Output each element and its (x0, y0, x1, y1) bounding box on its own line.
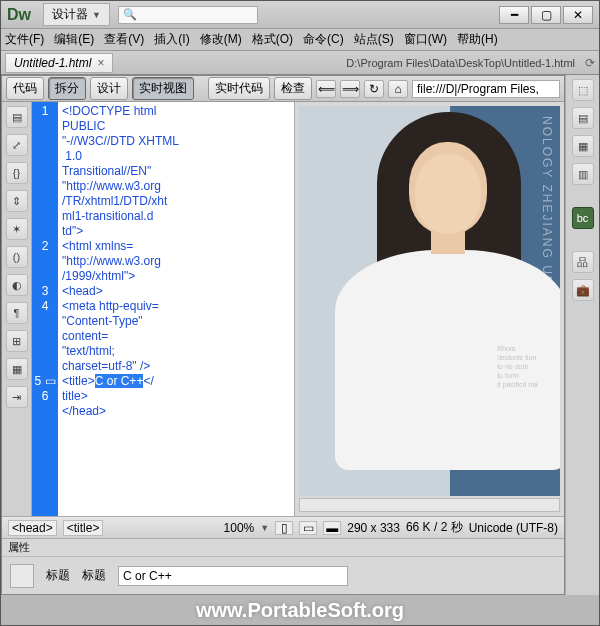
address-box[interactable]: file:///D|/Program Files, (412, 80, 560, 98)
preview-pane: NOLOGY ZHEJIANG UNIVERSITY Rholadestonic… (295, 102, 565, 516)
document-column: 代码 拆分 设计 实时视图 实时代码 检查 ⟸ ⟹ ↻ ⌂ file:///D|… (1, 75, 565, 595)
inspect-button[interactable]: 检查 (274, 77, 312, 100)
document-toolbar: 代码 拆分 设计 实时视图 实时代码 检查 ⟸ ⟹ ↻ ⌂ file:///D|… (2, 76, 564, 102)
menu-file[interactable]: 文件(F) (5, 31, 44, 48)
preview-scrollbar[interactable] (299, 498, 561, 512)
tool-insert-icon[interactable]: ▤ (6, 106, 28, 128)
chevron-down-icon: ▼ (92, 10, 101, 20)
refresh-icon: ↻ (369, 82, 379, 96)
tool-collapse-icon[interactable]: ⤢ (6, 134, 28, 156)
back-icon: ⟸ (318, 82, 335, 96)
status-dimensions: 290 x 333 (347, 521, 400, 535)
watermark: www.PortableSoft.org (1, 595, 599, 625)
sync-icon[interactable]: ⟳ (585, 56, 595, 70)
main-area: 代码 拆分 设计 实时视图 实时代码 检查 ⟸ ⟹ ↻ ⌂ file:///D|… (1, 75, 599, 595)
home-button[interactable]: ⌂ (388, 80, 408, 98)
split-container: ▤ ⤢ {} ⇕ ✶ () ◐ ¶ ⊞ ▦ ⇥ 1 2 3 4 5 ▭ (2, 102, 564, 516)
menu-window[interactable]: 窗口(W) (404, 31, 447, 48)
panel-sitemap-icon[interactable]: 品 (572, 251, 594, 273)
statusbar: <head> <title> 100% ▼ ▯ ▭ ▬ 290 x 333 66… (2, 516, 564, 538)
layout-dropdown[interactable]: 设计器 ▼ (43, 3, 110, 26)
code-text[interactable]: <!DOCTYPE htmlPUBLIC"-//W3C//DTD XHTML 1… (58, 102, 294, 516)
panel-css-icon[interactable]: ⬚ (572, 79, 594, 101)
live-code-button[interactable]: 实时代码 (208, 77, 270, 100)
document-path: D:\Program Files\Data\DeskTop\Untitled-1… (113, 57, 579, 69)
search-field[interactable] (137, 8, 287, 22)
properties-panel: 属性 标题 标题 (2, 538, 564, 594)
tool-comment-icon[interactable]: () (6, 246, 28, 268)
search-input[interactable]: 🔍 (118, 6, 258, 24)
properties-header[interactable]: 属性 (2, 539, 564, 557)
panel-files-icon[interactable]: ▦ (572, 135, 594, 157)
tool-syntax-icon[interactable]: ⊞ (6, 330, 28, 352)
properties-category-icon[interactable] (10, 564, 34, 588)
preview-image[interactable]: NOLOGY ZHEJIANG UNIVERSITY Rholadestonic… (299, 106, 561, 496)
document-tabbar: Untitled-1.html × D:\Program Files\Data\… (1, 51, 599, 75)
document-tab[interactable]: Untitled-1.html × (5, 53, 113, 73)
tablet-size-icon[interactable]: ▭ (299, 521, 317, 535)
split-view-button[interactable]: 拆分 (48, 77, 86, 100)
close-button[interactable]: ✕ (563, 6, 593, 24)
properties-body: 标题 标题 (2, 557, 564, 594)
code-pane[interactable]: 1 2 3 4 5 ▭ 6 <!DOCTYPE htmlPUBLIC"-//W3… (32, 102, 295, 516)
tool-highlight-icon[interactable]: ◐ (6, 274, 28, 296)
code-toolbar: ▤ ⤢ {} ⇕ ✶ () ◐ ¶ ⊞ ▦ ⇥ (2, 102, 32, 516)
minimize-button[interactable]: ━ (499, 6, 529, 24)
panel-ap-icon[interactable]: ▤ (572, 107, 594, 129)
back-button[interactable]: ⟸ (316, 80, 336, 98)
app-logo: Dw (7, 6, 31, 24)
close-icon: ✕ (573, 8, 583, 22)
menu-format[interactable]: 格式(O) (252, 31, 293, 48)
panel-business-icon[interactable]: 💼 (572, 279, 594, 301)
minimize-icon: ━ (511, 8, 518, 22)
panel-dock: ⬚ ▤ ▦ ▥ bc 品 💼 (565, 75, 599, 595)
layout-label: 设计器 (52, 6, 88, 23)
code-view-button[interactable]: 代码 (6, 77, 44, 100)
tool-wrap-icon[interactable]: ¶ (6, 302, 28, 324)
photo-placeholder: NOLOGY ZHEJIANG UNIVERSITY Rholadestonic… (299, 106, 561, 496)
menu-edit[interactable]: 编辑(E) (54, 31, 94, 48)
tag-selector-head[interactable]: <head> (8, 520, 57, 536)
tool-indent-icon[interactable]: ⇥ (6, 386, 28, 408)
design-view-button[interactable]: 设计 (90, 77, 128, 100)
maximize-icon: ▢ (541, 8, 552, 22)
home-icon: ⌂ (394, 82, 401, 96)
code-title-selection: C or C++ (95, 374, 144, 388)
tool-snippet-icon[interactable]: ▦ (6, 358, 28, 380)
line-gutter: 1 2 3 4 5 ▭ 6 (32, 102, 58, 516)
tool-wand-icon[interactable]: ✶ (6, 218, 28, 240)
menu-command[interactable]: 命令(C) (303, 31, 344, 48)
tool-expand-icon[interactable]: {} (6, 162, 28, 184)
phone-size-icon[interactable]: ▯ (275, 521, 293, 535)
refresh-button[interactable]: ↻ (364, 80, 384, 98)
tag-selector-title[interactable]: <title> (63, 520, 104, 536)
properties-section-label: 标题 (46, 567, 70, 584)
forward-button[interactable]: ⟹ (340, 80, 360, 98)
zoom-chevron-icon[interactable]: ▼ (260, 523, 269, 533)
panel-bc-icon[interactable]: bc (572, 207, 594, 229)
search-icon: 🔍 (123, 8, 137, 21)
menu-site[interactable]: 站点(S) (354, 31, 394, 48)
status-size-time: 66 K / 2 秒 (406, 519, 463, 536)
panel-assets-icon[interactable]: ▥ (572, 163, 594, 185)
menu-modify[interactable]: 修改(M) (200, 31, 242, 48)
maximize-button[interactable]: ▢ (531, 6, 561, 24)
properties-field-label: 标题 (82, 567, 106, 584)
forward-icon: ⟹ (342, 82, 359, 96)
titlebar: Dw 设计器 ▼ 🔍 ━ ▢ ✕ (1, 1, 599, 29)
zoom-level[interactable]: 100% (224, 521, 255, 535)
code-title-open: <title> (62, 374, 95, 388)
tab-title: Untitled-1.html (14, 56, 91, 70)
menu-help[interactable]: 帮助(H) (457, 31, 498, 48)
status-encoding: Unicode (UTF-8) (469, 521, 558, 535)
menu-view[interactable]: 查看(V) (104, 31, 144, 48)
menubar: 文件(F) 编辑(E) 查看(V) 插入(I) 修改(M) 格式(O) 命令(C… (1, 29, 599, 51)
desktop-size-icon[interactable]: ▬ (323, 521, 341, 535)
title-input[interactable] (118, 566, 348, 586)
tab-close-icon[interactable]: × (97, 56, 104, 70)
menu-insert[interactable]: 插入(I) (154, 31, 189, 48)
live-view-button[interactable]: 实时视图 (132, 77, 194, 100)
tool-select-icon[interactable]: ⇕ (6, 190, 28, 212)
